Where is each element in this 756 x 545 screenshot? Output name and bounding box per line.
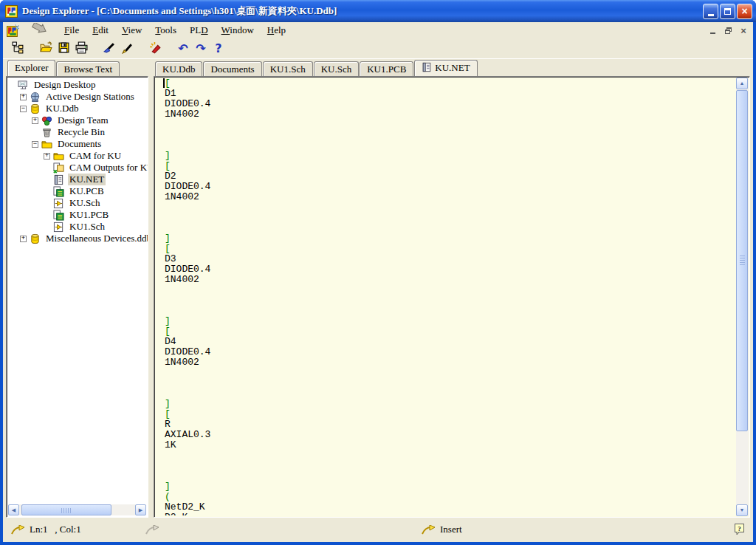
protel-menu-logo-icon[interactable] — [7, 24, 19, 37]
menu-window[interactable]: Window — [215, 23, 261, 37]
document-tabs: KU.DdbDocumentsKU1.SchKU.SchKU1.PCBKU.NE… — [154, 60, 750, 76]
save-button[interactable] — [55, 40, 72, 58]
tree-item-recycle-bin[interactable]: Recycle Bin — [7, 126, 148, 138]
print-button[interactable] — [72, 40, 90, 58]
tree-item-ku-ddb[interactable]: −KU.Ddb — [7, 103, 148, 114]
scroll-right-button[interactable]: ▶ — [135, 504, 146, 515]
net-document-icon — [53, 174, 65, 185]
doc-tab-ku-sch[interactable]: KU.Sch — [314, 61, 360, 76]
scroll-left-button[interactable]: ◀ — [8, 504, 19, 515]
open-button[interactable] — [37, 40, 55, 58]
tree-item-ku1-pcb[interactable]: KU1.PCB — [7, 209, 148, 221]
collapse-icon[interactable]: − — [20, 106, 27, 112]
panel-tab-browse-text[interactable]: Browse Text — [56, 61, 120, 76]
redo-button[interactable]: ↷ — [192, 40, 210, 58]
doc-tab-ku-ddb[interactable]: KU.Ddb — [155, 61, 202, 76]
tree-item-documents[interactable]: −Documents — [7, 138, 148, 150]
code-line — [165, 223, 735, 233]
tree-item-active-design-stations[interactable]: +Active Design Stations — [7, 91, 148, 103]
mdi-close-icon: × — [740, 25, 746, 36]
undo-button[interactable]: ↶ — [174, 40, 192, 58]
net-document-icon — [422, 62, 432, 72]
paste-button[interactable] — [118, 40, 136, 58]
expand-icon[interactable]: + — [44, 153, 50, 160]
text-editor[interactable]: [D1DIODE0.41N4002 ][D2DIODE0.41N4002 ][D… — [154, 76, 750, 518]
code-line: D2 — [165, 171, 735, 182]
code-line — [165, 130, 735, 140]
scroll-down-button[interactable]: ▼ — [736, 504, 748, 516]
insert-mode-group: Insert — [421, 519, 462, 540]
cut-button[interactable] — [100, 40, 118, 58]
title-bar: Design Explorer - [C:\Documents and Sett… — [0, 0, 756, 22]
scroll-thumb[interactable] — [736, 90, 748, 431]
mdi-restore-button[interactable] — [721, 25, 735, 36]
expand-icon[interactable]: + — [20, 94, 27, 100]
menu-edit[interactable]: Edit — [86, 23, 115, 37]
doc-tab-ku1-pcb[interactable]: KU1.PCB — [360, 61, 413, 76]
tree-item-design-desktop[interactable]: Design Desktop — [7, 79, 148, 91]
menu-help[interactable]: Help — [261, 23, 292, 37]
collapse-icon[interactable]: − — [32, 141, 38, 148]
code-line — [165, 368, 735, 378]
help-button[interactable]: ? — [210, 40, 227, 58]
mdi-restore-icon — [725, 27, 732, 34]
tree-item-ku-sch[interactable]: KU.Sch — [7, 197, 148, 209]
tree-item-miscellaneous-devices-ddb[interactable]: +Miscellaneous Devices.ddb — [7, 233, 148, 244]
doc-tab-documents[interactable]: Documents — [203, 61, 261, 76]
close-button[interactable]: × — [737, 4, 752, 19]
expand-icon[interactable]: + — [20, 236, 27, 242]
scroll-up-button[interactable]: ▲ — [736, 78, 748, 89]
menu-list: FileEditViewToolsPLDWindowHelp — [58, 24, 292, 36]
menu-tools[interactable]: Tools — [148, 23, 183, 37]
doc-tab-ku-net[interactable]: KU.NET — [414, 60, 477, 76]
tree-item-cam-outputs-for-ku[interactable]: CAM Outputs for KU — [7, 162, 148, 174]
maximize-button[interactable] — [720, 4, 735, 19]
expand-icon[interactable]: + — [32, 117, 38, 124]
panel-splitter[interactable] — [148, 60, 154, 518]
help-question-icon: ? — [215, 41, 221, 55]
scroll-track — [736, 431, 749, 504]
toggle-explorer-button[interactable] — [9, 40, 27, 58]
tree-item-ku-pcb[interactable]: KU.PCB — [7, 185, 148, 197]
menu-view[interactable]: View — [115, 23, 148, 37]
undo-arrow-icon: ↶ — [178, 41, 188, 55]
code-line — [165, 306, 735, 316]
tree-horizontal-scrollbar[interactable]: ◀ ▶ — [8, 504, 146, 515]
editor-vertical-scrollbar[interactable]: ▲ ▼ — [736, 78, 749, 516]
scroll-grip — [740, 256, 745, 266]
netlist-content[interactable]: [D1DIODE0.41N4002 ][D2DIODE0.41N4002 ][D… — [157, 78, 735, 515]
mdi-close-button[interactable]: × — [737, 25, 750, 36]
explorer-panel: ExplorerBrowse Text Design Desktop+Activ… — [6, 60, 148, 518]
database-icon — [30, 233, 41, 244]
tree-item-design-team[interactable]: +Design Team — [7, 114, 148, 126]
redo-arrow-icon: ↷ — [196, 41, 205, 55]
insert-mode: Insert — [440, 524, 462, 535]
panel-tab-explorer[interactable]: Explorer — [7, 60, 55, 76]
system-menu-arrow-icon[interactable] — [30, 23, 49, 38]
tree-item-label: KU.Ddb — [44, 103, 80, 114]
mdi-window-controls: × — [706, 25, 753, 36]
wand-button[interactable] — [146, 40, 164, 58]
status-arrow-icon — [10, 525, 25, 535]
tree-item-label: Design Desktop — [32, 79, 97, 91]
tab-label: Browse Text — [63, 64, 112, 75]
code-line: 1N4002 — [165, 357, 735, 368]
code-line: NetD2_K — [165, 502, 735, 513]
tree-item-ku1-sch[interactable]: KU1.Sch — [7, 221, 148, 233]
scroll-thumb[interactable] — [21, 504, 111, 515]
menu-file[interactable]: File — [58, 23, 86, 37]
code-line: [ — [165, 78, 735, 89]
help-balloon-icon[interactable]: ? — [733, 523, 746, 535]
code-line: D4 — [165, 337, 735, 347]
code-line: [ — [165, 244, 735, 254]
code-line — [165, 378, 735, 388]
tab-label: KU.Ddb — [162, 64, 195, 75]
code-line: 1N4002 — [165, 275, 735, 285]
mdi-minimize-button[interactable] — [706, 25, 719, 36]
doc-tab-ku1-sch[interactable]: KU1.Sch — [263, 61, 313, 76]
tree-item-ku-net[interactable]: KU.NET — [7, 174, 148, 185]
menu-pld[interactable]: PLD — [183, 23, 215, 37]
tree-item-cam-for-ku[interactable]: +CAM for KU — [7, 150, 148, 162]
svg-text:?: ? — [738, 525, 741, 532]
minimize-button[interactable] — [703, 4, 718, 19]
